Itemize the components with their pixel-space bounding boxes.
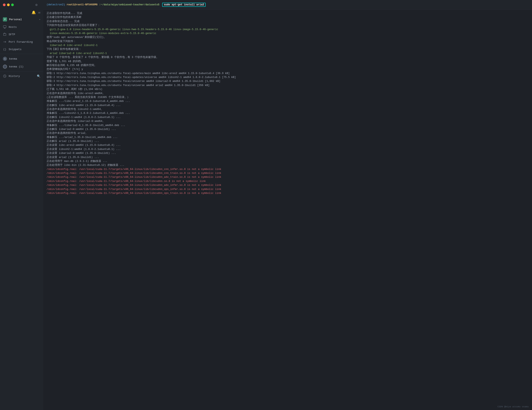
terminal-line: 准备解压 .../libssh2-1_1.8.0-2.1ubuntu0.1_am… — [47, 111, 529, 115]
terminal-line: 需要下载 1,551 kB 的归档。 — [47, 60, 529, 64]
svg-rect-3 — [4, 28, 6, 29]
sidebar-item-port-forwarding[interactable]: Port Forwarding — [0, 38, 43, 46]
kenma1-avatar: k — [3, 65, 7, 69]
personal-arrow: ▾ — [39, 18, 40, 21]
main-terminal: (detectron2) root1@root1-NF5468M6 :~/dat… — [43, 0, 532, 410]
sidebar-top-bar: ⚙ — [0, 0, 43, 10]
terminal-line: 正在选中未选择的软件包 libssh2-1:amd64。 — [47, 107, 529, 111]
terminal-line: 正在解压 libaria2-0:amd64 (1.35.0-1build1) .… — [47, 127, 529, 131]
port-forwarding-icon — [3, 40, 7, 44]
svg-rect-2 — [3, 26, 6, 28]
sidebar-item-history[interactable]: History 🔍 — [0, 72, 43, 80]
kenma-label: kenma — [9, 57, 40, 60]
terminal-line: /sbin/ldconfig.real: /usr/local/cuda-11.… — [47, 171, 529, 175]
watermark: CSDN @miya atsumu osamu — [497, 405, 529, 408]
terminal-line: 正在设置 libc-ares2:amd64 (1.15.0-1ubuntu0.4… — [47, 143, 529, 147]
terminal-header: (detectron2) root1@root1-NF5468M6 :~/dat… — [43, 0, 532, 10]
close-button[interactable] — [3, 3, 6, 6]
terminal-line: linux-modules-5.15.0-46-generic linux-mo… — [47, 31, 529, 36]
hosts-icon — [3, 25, 7, 29]
terminal-line: /sbin/ldconfig.real: /usr/local/cuda-11.… — [47, 167, 529, 171]
terminal-line: 获取:1 http://mirrors.tuna.tsinghua.edu.cn… — [47, 72, 529, 76]
terminal-line: 正在选中未选择的软件包 libaria2-0:amd64。 — [47, 119, 529, 123]
terminal-line: 正在选中未选择的软件包 aria2。 — [47, 131, 529, 135]
sidebar-item-sftp[interactable]: SFTP — [0, 31, 43, 38]
svg-text:k: k — [4, 58, 6, 60]
terminal-line: 下列【新】软件包将被安装： — [47, 48, 529, 51]
terminal-line: 正在设置 libssh2-1:amd64 (1.8.0-2.1ubuntu0.1… — [47, 147, 529, 151]
terminal-line: 准备解压 .../aria2_1.35.0-1build1_amd64.deb … — [47, 136, 529, 139]
terminal-line: 使用'sudo apt autoremove'来卸载它(它们)。 — [47, 36, 529, 39]
terminal-prompt: (detectron2) root1@root1-NF5468M6 :~/dat… — [47, 3, 529, 7]
terminal-line: 正在设置 aria2 (1.35.0-1build1) ... — [47, 156, 529, 159]
kenma1-label: kenma (1) — [9, 65, 40, 68]
highlighted-command: sudo apt-get install aria2 — [162, 3, 206, 7]
minimize-button[interactable] — [7, 3, 10, 6]
terminal-line: 正在读取状态信息... 完成 — [47, 20, 529, 23]
terminal-line: 您希望继续执行吗？ [Y/n] y — [47, 68, 529, 71]
prompt-user: root1@root1-NF5468M6 — [67, 3, 98, 6]
sidebar-item-hosts[interactable]: Hosts — [0, 23, 43, 31]
settings-icon[interactable]: ⚙ — [33, 1, 40, 9]
terminal-line: 升级了 0 个软件包，新安装了 4 个软件包，要卸载 0 个软件包，有 3 个软… — [47, 56, 529, 59]
notification-icon[interactable]: 🔔 — [31, 10, 36, 15]
prompt-path: :~/data/miya/unbiased-teacher/datasetsS — [99, 3, 160, 6]
terminal-line: 正在解压 libc-ares2:amd64 (1.15.0-1ubuntu0.4… — [47, 104, 529, 107]
sidebar-item-personal[interactable]: P Personal ▾ — [0, 15, 43, 23]
terminal-line: 获取:3 http://mirrors.tuna.tsinghua.edu.cn… — [47, 79, 529, 83]
history-label: History — [9, 75, 35, 78]
sidebar-item-kenma1[interactable]: k kenma (1) — [0, 63, 43, 70]
terminal-line: /sbin/ldconfig.real: /usr/local/cuda-11.… — [47, 175, 529, 179]
personal-label: Personal — [9, 18, 37, 21]
history-icon — [3, 74, 7, 78]
snippets-icon: {} — [3, 48, 7, 51]
history-search-icon[interactable]: 🔍 — [37, 74, 40, 78]
terminal-line: libaria2-0 libc-ares2 libssh2-1 — [47, 44, 529, 48]
sidebar: ⚙ 🔔 ✉ P Personal ▾ Hosts — [0, 0, 43, 410]
port-forwarding-label: Port Forwarding — [9, 40, 40, 44]
terminal-line: /sbin/ldconfig.real: /usr/local/cuda-11.… — [47, 179, 529, 183]
svg-text:P: P — [4, 18, 6, 21]
terminal-line: gir1.2-goa-1.0 linux-headers-5.15.0-46-g… — [47, 28, 529, 31]
terminal-line: 下列软件包是自动安装的并且现在不需要了： — [47, 23, 529, 28]
terminal-line: 正在读取软件包列表... 完成 — [47, 11, 529, 15]
personal-icon: P — [3, 17, 7, 21]
terminal-line: /sbin/ldconfig.real: /usr/local/cuda-11.… — [47, 187, 529, 191]
terminal-body[interactable]: 正在读取软件包列表... 完成正在建立软件包的依赖关系树正在读取状态信息... … — [43, 10, 532, 410]
terminal-line: 正在建立软件包的依赖关系树 — [47, 15, 529, 20]
divider-2 — [0, 71, 43, 72]
maximize-button[interactable] — [11, 3, 14, 6]
sidebar-item-kenma[interactable]: k kenma — [0, 55, 43, 63]
kenma-avatar: k — [3, 57, 7, 61]
terminal-line: 解压缩后会消耗 6,235 kB 的额外空间。 — [47, 64, 529, 68]
window-controls — [3, 3, 14, 6]
svg-text:k: k — [5, 66, 6, 68]
terminal-line: 准备解压 .../libaria2-0_1.35.0-1build1_amd64… — [47, 124, 529, 127]
terminal-line: 正在处理用于 man-db (2.9.1-1) 的触发器 ... — [47, 159, 529, 163]
terminal-line: /sbin/ldconfig.real: /usr/local/cuda-11.… — [47, 183, 529, 187]
terminal-line: 已下载 1,551 kB，耗时 1秒 (1,194 kB/s) — [47, 88, 529, 91]
hosts-label: Hosts — [9, 26, 40, 29]
terminal-line: 准备解压 .../libc-ares2_1.15.0-1ubuntu0.4_am… — [47, 99, 529, 103]
terminal-line: (正在读取数据库 ... 系统当前共安装有 216305 个文件和目录。） — [47, 96, 529, 99]
sidebar-item-snippets[interactable]: {} Snippets — [0, 46, 43, 53]
terminal-line: aria2 libaria2-0 libc-ares2 libssh2-1 — [47, 52, 529, 56]
terminal-line: /sbin/ldconfig.real: /usr/local/cuda-11.… — [47, 191, 529, 195]
terminal-line: 获取:4 http://mirrors.tuna.tsinghua.edu.cn… — [47, 84, 529, 88]
snippets-label: Snippets — [9, 48, 40, 51]
terminal-line: 获取:2 http://mirrors.tuna.tsinghua.edu.cn… — [47, 76, 529, 79]
terminal-line: 正在处理用于 libc-bin (2.31-0ubuntu9.12) 的触发器 … — [47, 163, 529, 167]
terminal-line: 将会同时安装下列软件： — [47, 39, 529, 44]
sftp-label: SFTP — [9, 33, 40, 36]
divider-1 — [0, 54, 43, 54]
prompt-env: (detectron2) — [47, 3, 65, 6]
sftp-icon — [3, 33, 7, 36]
compose-icon[interactable]: ✉ — [38, 10, 40, 15]
terminal-line: 正在选中未选择的软件包 libc-ares2:amd64。 — [47, 92, 529, 96]
terminal-line: 正在设置 libaria2-0:amd64 (1.35.0-1build1) .… — [47, 151, 529, 155]
terminal-line: 正在解压 aria2 (1.35.0-1build1) ... — [47, 139, 529, 143]
terminal-line: 正在解压 libssh2-1:amd64 (1.8.0-2.1ubuntu0.1… — [47, 116, 529, 119]
